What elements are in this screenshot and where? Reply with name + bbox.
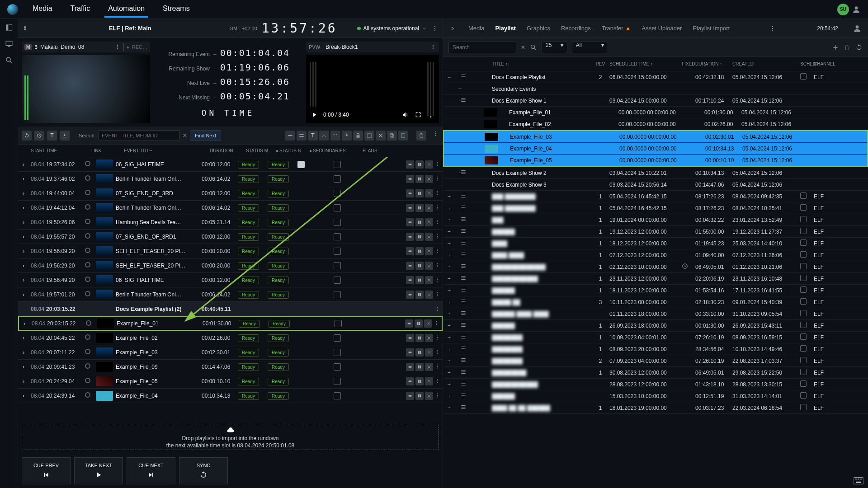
pcol-rev[interactable]: REV — [591, 61, 609, 66]
filter-select[interactable]: All ▾ — [572, 42, 609, 53]
play-icon[interactable] — [311, 111, 318, 118]
playlist-row[interactable]: +█████████130.08.2023 12:00:00.0006:49:0… — [443, 367, 868, 379]
page-size-select[interactable]: 25 ▾ — [542, 42, 567, 53]
col-flags[interactable]: FLAGS — [363, 148, 399, 153]
right-tab-media[interactable]: Media — [468, 25, 484, 32]
dropzone[interactable]: Drop playlists to import into the rundow… — [22, 425, 439, 450]
header-more-icon[interactable] — [432, 25, 438, 32]
cue-prev-button[interactable]: CUE PREV — [22, 457, 71, 484]
playlist-row[interactable]: +███ ████████105.04.2024 16:45:42.1508:1… — [443, 191, 868, 202]
pcol-title[interactable]: TITLE — [492, 61, 504, 66]
user-avatar[interactable]: SU — [837, 4, 849, 15]
col-status-m[interactable]: STATUS M — [246, 148, 276, 153]
preview-more-icon[interactable] — [430, 44, 436, 50]
playlist-row[interactable]: +████████████28.08.2023 12:00:00.0001:43… — [443, 379, 868, 390]
tool-icon-8[interactable] — [376, 131, 386, 141]
tool-lock-icon[interactable] — [353, 131, 363, 141]
playlist-row[interactable]: +█████ ██310.11.2023 00:00:00.0002:18:30… — [443, 296, 868, 308]
cue-next-button[interactable]: CUE NEXT — [127, 457, 175, 484]
find-next-button[interactable]: Find Next — [190, 130, 221, 141]
right-tab-playlist[interactable]: Playlist — [495, 25, 516, 32]
playlist-row[interactable]: Example_File_0500.00.0000 00:00:00.0000:… — [444, 155, 867, 166]
playlist-row[interactable]: +██████119.12.2023 12:00:00.0001:55:00.0… — [443, 226, 868, 238]
tool-copy-icon[interactable] — [387, 131, 397, 141]
playlist-row[interactable]: +████118.12.2023 12:00:00.0001:19:45.232… — [443, 238, 868, 249]
program-more-icon[interactable] — [114, 44, 121, 50]
rundown-row[interactable]: ›08.0419:44:00.0407_SIG_END_OF_3RD00:00:… — [18, 186, 443, 201]
rundown-row[interactable]: ›08.0419:50:26.06Hamburg Sea Devils Tea…… — [18, 215, 443, 230]
toolbar-more-icon[interactable] — [433, 131, 439, 137]
preview-screen[interactable]: 0:00 / 3:40 — [306, 55, 439, 123]
rundown-row[interactable]: ›08.0419:55:57.2007_SIG_END_OF_3RD100:00… — [18, 230, 443, 244]
playlist-row[interactable]: Example_File_0200.00.0000 00:00:00.0000:… — [443, 118, 868, 130]
playlist-row[interactable]: +██████126.09.2023 18:00:00.0000:01:30.0… — [443, 320, 868, 332]
right-tab-transfer[interactable]: Transfer▲ — [602, 25, 631, 32]
take-next-button[interactable]: TAKE NEXT — [74, 457, 123, 484]
playlist-row[interactable]: +████████110.09.2023 04:00:01.0007:26:10… — [443, 332, 868, 343]
search-icon[interactable] — [5, 56, 13, 64]
playlist-row[interactable]: Example_File_0400.00.0000 00:00:00.0000:… — [444, 143, 867, 155]
tabs-scroll-icon[interactable] — [449, 25, 456, 32]
tool-download-icon[interactable] — [342, 131, 352, 141]
topnav-traffic[interactable]: Traffic — [67, 1, 94, 18]
tool-clipboard-icon[interactable] — [398, 131, 408, 141]
tool-icon-3[interactable]: T — [308, 131, 318, 141]
tool-icon-2[interactable] — [297, 131, 307, 141]
playlist-search-icon[interactable] — [530, 44, 537, 51]
col-secondaries[interactable]: SECONDARIES — [313, 148, 349, 153]
tool-icon-7[interactable] — [364, 131, 374, 141]
pcol-sched[interactable]: SCHED — [800, 61, 814, 66]
sync-button[interactable]: SYNC — [179, 457, 228, 484]
playlist-search-clear-icon[interactable]: ✕ — [521, 44, 525, 51]
pcol-scheduled[interactable]: SCHEDULED TIME — [609, 61, 649, 66]
rundown-row[interactable]: ›08.0420:07:11.22Example_File_0300:02:30… — [18, 345, 443, 360]
playlist-row[interactable]: +██████ ████ ████01.11.2023 18:00:00.000… — [443, 308, 868, 320]
rundown-row[interactable]: ›08.0420:03:15.22Example_File_0100:01:30… — [18, 316, 443, 331]
refresh-icon[interactable] — [22, 131, 32, 141]
topnav-streams[interactable]: Streams — [159, 1, 193, 18]
keyboard-icon[interactable] — [854, 477, 863, 484]
right-tab-graphics[interactable]: Graphics — [527, 25, 550, 32]
playlist-row[interactable]: +███ ████████105.04.2024 16:45:42.1508:1… — [443, 202, 868, 214]
pcol-duration[interactable]: DURATION — [695, 61, 718, 66]
rundown-row[interactable]: ›08.0420:09:41.23Example_File_0900:14:47… — [18, 360, 443, 374]
pcol-created[interactable]: CREATED — [732, 61, 800, 66]
rundown-row[interactable]: ›08.0420:24:39.14Example_File_0400:10:34… — [18, 389, 443, 403]
col-link[interactable]: LINK — [91, 148, 104, 153]
playlist-row[interactable]: +████ ████107.12.2023 12:00:00.0001:09:4… — [443, 249, 868, 261]
right-user-icon[interactable] — [853, 24, 862, 33]
rundown-row[interactable]: ›08.0419:57:01.20Berlin Thunder Team Onl… — [18, 287, 443, 302]
playlist-row[interactable]: +██████████████102.12.2023 10:00:00.0006… — [443, 261, 868, 273]
rundown-row[interactable]: ›08.0419:37:46.02Berlin Thunder Team Onl… — [18, 172, 443, 186]
block-icon-1[interactable] — [34, 131, 44, 141]
user-menu-icon[interactable] — [852, 5, 861, 14]
playlist-row[interactable]: +Secondary Events — [443, 83, 868, 95]
playlist-row[interactable]: +███119.01.2024 00:00:00.0000:04:32.2223… — [443, 214, 868, 226]
pcol-channel[interactable]: CHANNEL — [814, 61, 841, 66]
playlist-row[interactable]: −Docs Example Playlist206.04.2024 15:00:… — [443, 71, 868, 83]
rundown-row[interactable]: ›08.0419:56:49.2006_SIG_HALFTIME00:00:12… — [18, 273, 443, 287]
playlist-row[interactable]: +██████15.03.2023 10:00:00.0000:12:51.19… — [443, 390, 868, 402]
playlist-list[interactable]: −Docs Example Playlist206.04.2024 15:00:… — [443, 71, 868, 488]
rundown-playlist-row[interactable]: 08.0420:03:15.22Docs Example Playlist (2… — [18, 302, 443, 316]
right-tab-asset-uploader[interactable]: Asset Uploader — [642, 25, 682, 32]
delete-icon[interactable] — [844, 44, 851, 51]
fullscreen-icon[interactable] — [415, 111, 422, 118]
tool-expand-down-icon[interactable]: ﹀ — [330, 131, 340, 141]
program-preview[interactable] — [22, 55, 150, 123]
rundown-row[interactable]: ›08.0419:44:12.04Berlin Thunder Team Onl… — [18, 201, 443, 215]
search-input[interactable] — [99, 130, 180, 141]
rundown-list[interactable]: ›08.0419:37:34.0206_SIG_HALFTIME00:00:12… — [18, 157, 443, 421]
system-status[interactable]: All systems operational — [357, 25, 427, 32]
playlist-row[interactable]: +Docs Example Show 203.04.2024 15:10:22.… — [443, 167, 868, 179]
playlist-row[interactable]: +████████207.09.2023 04:00:00.0007:26:10… — [443, 355, 868, 367]
playlist-search-input[interactable] — [448, 42, 516, 53]
playlist-row[interactable]: +██████118.11.2023 12:00:00.0001:53:54.1… — [443, 285, 868, 296]
rundown-row[interactable]: ›08.0419:56:09.20SEH_ELF_TEASER_20 Pl…00… — [18, 244, 443, 258]
tool-collapse-up-icon[interactable]: ︿ — [319, 131, 329, 141]
col-status-b[interactable]: STATUS B — [279, 148, 309, 153]
download-icon-1[interactable] — [60, 131, 70, 141]
topnav-media[interactable]: Media — [29, 1, 56, 18]
playlist-row[interactable]: Docs Example Show 303.03.2024 15:20:56.1… — [443, 179, 868, 191]
tool-icon-1[interactable] — [285, 131, 295, 141]
